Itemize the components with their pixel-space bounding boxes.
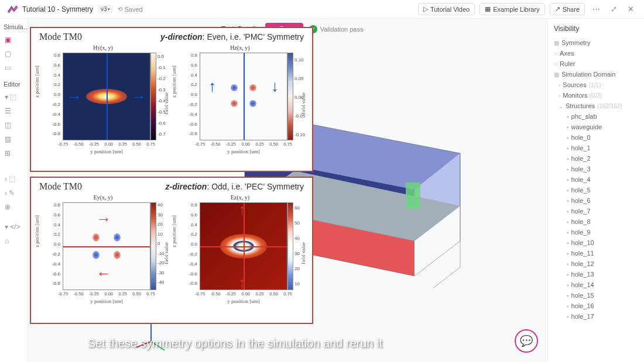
cube-icon: ▪ bbox=[567, 166, 569, 173]
mode-label: Mode TM0 bbox=[39, 32, 82, 42]
tool-item[interactable]: › ✎ bbox=[0, 186, 28, 200]
cube-icon: ▪ bbox=[567, 313, 569, 320]
structure-item[interactable]: ▪hole_17 bbox=[550, 311, 642, 322]
cube-icon: ▪ bbox=[567, 219, 569, 225]
tool-item[interactable]: ☰ bbox=[0, 104, 28, 118]
top-bar: Tutorial 10 - Symmetry v3 ▾ ⟲Saved ▷Tuto… bbox=[0, 0, 644, 19]
example-library-button[interactable]: ▦Example Library bbox=[479, 3, 544, 15]
cube-icon: ▪ bbox=[567, 145, 569, 151]
cube-icon: ▪ bbox=[567, 271, 569, 278]
structure-item[interactable]: ▪hole_12 bbox=[550, 258, 642, 269]
vis-ruler[interactable]: ○Ruler bbox=[550, 58, 642, 69]
vis-symmetry[interactable]: ▦Symmetry bbox=[550, 37, 642, 48]
cube-icon: ▪ bbox=[567, 292, 569, 299]
sym-label-z: z-direction: Odd, i.e. 'PEC' Symmetry bbox=[166, 182, 304, 192]
tool-item[interactable]: › ⬚ bbox=[0, 172, 28, 186]
circle-icon: ○ bbox=[554, 61, 557, 67]
cube-icon: ▪ bbox=[567, 187, 569, 194]
video-caption: Set these symmetry options in the simula… bbox=[28, 337, 442, 350]
mode-label: Mode TM0 bbox=[39, 181, 82, 192]
chat-icon: 💬 bbox=[520, 335, 533, 347]
vis-monitors[interactable]: ›Monitors(0/3) bbox=[550, 90, 642, 101]
structure-item[interactable]: ▪hole_0 bbox=[550, 132, 642, 143]
validation-status: ✓Validation pass bbox=[309, 25, 364, 33]
cube-icon: ▪ bbox=[567, 240, 569, 246]
cube-icon: ▪ bbox=[567, 177, 569, 183]
cube-icon: ▪ bbox=[567, 303, 569, 309]
cube-icon: ▪ bbox=[567, 282, 569, 288]
plot-ey: Ey(x, y) → ← z position [um] 0.80.60.40.… bbox=[35, 193, 172, 307]
cube-icon: ▪ bbox=[567, 198, 569, 204]
structure-item[interactable]: ▪hole_2 bbox=[550, 153, 642, 164]
plot-hz: Hz(x, y) ↑ ↓ z position [um] 0.80.60.40.… bbox=[172, 43, 309, 157]
version-badge[interactable]: v3 ▾ bbox=[98, 5, 114, 13]
cube-icon: ▪ bbox=[567, 250, 569, 257]
vis-sources[interactable]: ›Sources(1/1) bbox=[550, 80, 642, 90]
chat-fab-button[interactable]: 💬 bbox=[515, 329, 538, 353]
structure-item[interactable]: ▪hole_6 bbox=[550, 195, 642, 206]
svg-line-7 bbox=[136, 342, 151, 347]
structure-item[interactable]: ▪hole_3 bbox=[550, 164, 642, 174]
structure-item[interactable]: ▪hole_8 bbox=[550, 216, 642, 227]
close-icon[interactable]: ✕ bbox=[625, 3, 637, 15]
panel-title: Visibility bbox=[550, 22, 642, 37]
tool-item[interactable]: ⊞ bbox=[0, 146, 28, 160]
tool-item[interactable]: ▾ ⬚ bbox=[0, 90, 28, 104]
tool-item[interactable]: ◫ bbox=[0, 118, 28, 132]
overlay-pmc: Mode TM0 y-direction: Even, i.e. 'PMC' S… bbox=[30, 27, 313, 172]
simula-label: Simula… bbox=[0, 21, 28, 33]
structure-item[interactable]: ▪hole_5 bbox=[550, 185, 642, 195]
vis-simdomain[interactable]: ▦Simulation Domain bbox=[550, 69, 642, 80]
cube-icon: ▪ bbox=[567, 229, 569, 236]
expand-icon[interactable]: ⤢ bbox=[608, 3, 620, 15]
circle-icon: ○ bbox=[554, 50, 557, 57]
app-logo-icon bbox=[7, 4, 18, 15]
structure-item[interactable]: ▪hole_4 bbox=[550, 174, 642, 185]
structure-item[interactable]: ▪hole_11 bbox=[550, 248, 642, 258]
plot-ez: Ez(x, y) ↑ ↑ z position [um] 0.80.60.40.… bbox=[172, 193, 309, 307]
overlay-pec: Mode TM0 z-direction: Odd, i.e. 'PEC' Sy… bbox=[30, 177, 313, 324]
tool-item[interactable]: ▭ bbox=[0, 61, 28, 75]
visibility-panel: Visibility ▦Symmetry ○Axes ○Ruler ▦Simul… bbox=[547, 19, 644, 362]
editor-label: Editor bbox=[0, 78, 28, 90]
vis-axes[interactable]: ○Axes bbox=[550, 48, 642, 58]
plot-hy: Hy(x, y) → → z position [um] 0.80.60.40.… bbox=[35, 43, 172, 157]
cube-icon: ▪ bbox=[567, 156, 569, 162]
more-icon[interactable]: ⋯ bbox=[590, 3, 603, 15]
tutorial-video-button[interactable]: ▷Tutorial Video bbox=[418, 3, 475, 15]
saved-status: ⟲Saved bbox=[118, 6, 142, 13]
tool-item[interactable]: ▥ bbox=[0, 132, 28, 146]
layer-icon: ▦ bbox=[554, 71, 559, 78]
structure-item[interactable]: ▪hole_10 bbox=[550, 237, 642, 248]
cube-icon: ▪ bbox=[567, 113, 569, 120]
library-icon: ▦ bbox=[485, 5, 491, 13]
cube-icon: ▪ bbox=[567, 208, 569, 215]
structure-item[interactable]: ▪hole_13 bbox=[550, 269, 642, 280]
tool-item[interactable]: ⌂ bbox=[0, 234, 28, 248]
share-button[interactable]: ↗Share bbox=[550, 3, 585, 15]
structure-item[interactable]: ▪phc_slab bbox=[550, 111, 642, 122]
svg-line-8 bbox=[151, 342, 165, 350]
structure-item[interactable]: ▪hole_16 bbox=[550, 301, 642, 311]
structure-item[interactable]: ▪hole_9 bbox=[550, 227, 642, 237]
structure-item[interactable]: ▪hole_15 bbox=[550, 290, 642, 301]
structure-item[interactable]: ▪hole_1 bbox=[550, 143, 642, 153]
structure-item[interactable]: ▪waveguide bbox=[550, 122, 642, 132]
tool-item[interactable]: ▾ </> bbox=[0, 220, 28, 234]
cube-icon: ▪ bbox=[567, 135, 569, 141]
share-icon: ↗ bbox=[555, 5, 560, 13]
svg-marker-5 bbox=[406, 182, 420, 209]
doc-title: Tutorial 10 - Symmetry bbox=[22, 5, 93, 13]
cube-icon: ▪ bbox=[567, 261, 569, 267]
play-icon: ▷ bbox=[423, 5, 428, 13]
tool-item[interactable]: ▢ bbox=[0, 47, 28, 61]
sym-label-y: y-direction: Even, i.e. 'PMC' Symmetry bbox=[160, 32, 304, 42]
layer-icon: ▦ bbox=[554, 40, 559, 46]
structure-item[interactable]: ▪hole_7 bbox=[550, 206, 642, 216]
tool-item[interactable]: ▣ bbox=[0, 33, 28, 47]
cube-icon: ▪ bbox=[567, 124, 569, 130]
structure-item[interactable]: ▪hole_14 bbox=[550, 280, 642, 290]
tool-item[interactable]: ⊕ bbox=[0, 200, 28, 214]
vis-structures[interactable]: ⌄Structures(162/162) bbox=[550, 101, 642, 111]
left-toolbar: Simula… ▣ ▢ ▭ Editor ▾ ⬚ ☰ ◫ ▥ ⊞ › ⬚ › ✎… bbox=[0, 19, 28, 362]
